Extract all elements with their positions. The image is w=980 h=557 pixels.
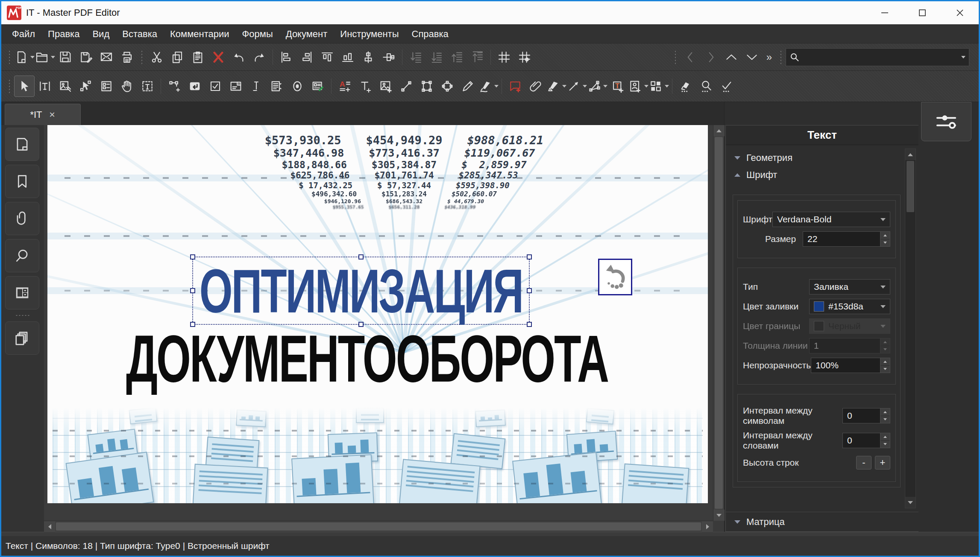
- spin-down-button[interactable]: [880, 441, 890, 448]
- undo-button[interactable]: [229, 47, 249, 68]
- line-tool[interactable]: [396, 76, 417, 97]
- headline-line2[interactable]: ДОКУМЕНТООБОРОТА: [126, 321, 600, 397]
- highlight-text-tool[interactable]: [546, 76, 566, 97]
- marker-caret[interactable]: [494, 85, 499, 87]
- spin-down-button[interactable]: [880, 416, 890, 423]
- bring-to-front-button[interactable]: [467, 47, 487, 68]
- undo-arrow-image[interactable]: [598, 259, 632, 295]
- scroll-right-button[interactable]: [702, 521, 713, 532]
- sidebar-item-pages[interactable]: [5, 128, 39, 161]
- combo-box-tool[interactable]: [226, 76, 246, 97]
- grid-button[interactable]: [494, 47, 514, 68]
- form-manager-tool[interactable]: [96, 76, 117, 97]
- char-spacing-stepper[interactable]: 0: [842, 408, 890, 423]
- save-button[interactable]: [55, 47, 76, 68]
- checkbox-tool[interactable]: [205, 76, 226, 97]
- ellipse-tool[interactable]: [437, 76, 458, 97]
- delete-button[interactable]: [208, 47, 229, 68]
- spin-down-button[interactable]: [880, 239, 890, 247]
- headline-line1[interactable]: ОПТИМИЗАЦИЯ: [200, 255, 522, 327]
- menu-help[interactable]: Справка: [405, 25, 455, 43]
- custom-stamp-caret[interactable]: [665, 85, 669, 87]
- custom-stamp-tool[interactable]: [648, 76, 669, 97]
- spin-up-button[interactable]: [880, 408, 890, 416]
- spell-check-tool[interactable]: [716, 76, 737, 97]
- sticky-note-tool[interactable]: [505, 76, 525, 97]
- center-horizontally-button[interactable]: [379, 47, 399, 68]
- edit-text-tool[interactable]: [35, 76, 55, 97]
- next-view-button[interactable]: [701, 47, 721, 68]
- properties-toggle-button[interactable]: [921, 102, 971, 141]
- toolbar-grip[interactable]: [780, 50, 782, 64]
- horizontal-scroll-thumb[interactable]: [56, 522, 701, 531]
- pencil-tool[interactable]: [458, 76, 478, 97]
- spin-up-button[interactable]: [880, 433, 890, 441]
- sidebar-item-attachments[interactable]: [5, 202, 39, 235]
- menu-document[interactable]: Документ: [279, 25, 334, 43]
- maximize-button[interactable]: [904, 1, 941, 24]
- align-top-button[interactable]: [317, 47, 337, 68]
- marker-tool[interactable]: [478, 76, 499, 97]
- spin-down-button[interactable]: [880, 366, 890, 373]
- opacity-value[interactable]: 100%: [811, 358, 880, 373]
- scroll-down-button[interactable]: [713, 510, 725, 521]
- menu-tools[interactable]: Инструменты: [334, 25, 405, 43]
- eraser-tool[interactable]: [675, 76, 696, 97]
- menu-insert[interactable]: Вставка: [116, 25, 164, 43]
- toolbar-grip[interactable]: [8, 50, 11, 64]
- menu-view[interactable]: Вид: [86, 25, 116, 43]
- toolbar-overflow-button[interactable]: »: [762, 51, 776, 63]
- add-text-tool[interactable]: [355, 76, 376, 97]
- spin-up-button[interactable]: [880, 358, 890, 366]
- document-tab[interactable]: *IT ✕: [5, 104, 81, 125]
- canvas-vertical-scrollbar[interactable]: [713, 125, 724, 521]
- char-spacing-value[interactable]: 0: [842, 408, 880, 423]
- search-history-caret[interactable]: [961, 56, 965, 58]
- panel-scroll-thumb[interactable]: [907, 161, 914, 212]
- panel-scroll-up-button[interactable]: [905, 149, 915, 160]
- paste-button[interactable]: [188, 47, 208, 68]
- section-font[interactable]: Шрифт: [732, 166, 901, 184]
- bring-forward-button[interactable]: [446, 47, 467, 68]
- edit-image-tool[interactable]: [55, 76, 76, 97]
- toolbar-grip[interactable]: [674, 50, 677, 64]
- minimize-button[interactable]: [866, 1, 904, 24]
- fill-type-select[interactable]: Заливка: [809, 279, 890, 295]
- save-as-button[interactable]: [76, 47, 96, 68]
- sidebar-item-layers[interactable]: [5, 321, 39, 355]
- previous-page-button[interactable]: [721, 47, 742, 68]
- rectangle-tool[interactable]: [417, 76, 437, 97]
- send-to-back-button[interactable]: [426, 47, 446, 68]
- cut-button[interactable]: [147, 47, 167, 68]
- vertical-scroll-thumb[interactable]: [715, 137, 723, 509]
- redo-button[interactable]: [249, 47, 270, 68]
- open-document-button[interactable]: [35, 47, 55, 68]
- sidebar-item-form-fields[interactable]: [5, 276, 39, 309]
- edit-forms-tool[interactable]: [76, 76, 96, 97]
- scroll-up-button[interactable]: [713, 125, 725, 136]
- edit-document-text-tool[interactable]: A: [334, 76, 355, 97]
- add-image-tool[interactable]: [376, 76, 396, 97]
- search-input[interactable]: [800, 52, 959, 62]
- highlight-caret[interactable]: [562, 85, 566, 87]
- menu-file[interactable]: Файл: [6, 25, 41, 43]
- sidebar-item-search[interactable]: [5, 239, 39, 272]
- text-field-tool[interactable]: [246, 76, 267, 97]
- line-height-decrease-button[interactable]: -: [856, 456, 871, 470]
- selection-handle[interactable]: [358, 254, 364, 260]
- push-button-tool[interactable]: [185, 76, 205, 97]
- previous-view-button[interactable]: [680, 47, 701, 68]
- list-box-tool[interactable]: [267, 76, 287, 97]
- copy-button[interactable]: [167, 47, 188, 68]
- signature-field-tool[interactable]: [308, 76, 328, 97]
- menu-forms[interactable]: Формы: [236, 25, 279, 43]
- polygon-caret[interactable]: [603, 85, 607, 87]
- center-vertically-button[interactable]: [358, 47, 379, 68]
- next-page-button[interactable]: [742, 47, 762, 68]
- sidebar-item-bookmarks[interactable]: [5, 165, 39, 198]
- font-family-select[interactable]: Verdana-Bold: [772, 212, 890, 227]
- section-geometry[interactable]: Геометрия: [732, 149, 901, 166]
- zoom-tool[interactable]: [696, 76, 716, 97]
- email-button[interactable]: [96, 47, 117, 68]
- selection-handle[interactable]: [527, 288, 532, 293]
